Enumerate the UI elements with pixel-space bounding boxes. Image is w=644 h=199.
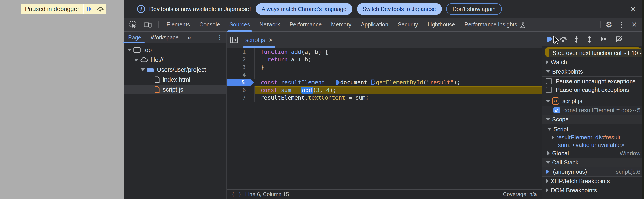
tab-sources[interactable]: Sources (225, 18, 255, 31)
settings-gear-icon[interactable]: ⚙ (604, 19, 614, 30)
pretty-print-icon[interactable]: { } (232, 191, 242, 198)
editor-tabstrip: script.js × (226, 32, 542, 48)
dom-breakpoints-section-header[interactable]: DOM Breakpoints (542, 186, 644, 195)
breakpoints-section-header[interactable]: Breakpoints (542, 67, 644, 76)
step-out-button[interactable] (584, 33, 595, 45)
inspect-element-icon[interactable] (128, 19, 138, 30)
tree-item-top[interactable]: top (124, 45, 226, 55)
breakpoint-entry[interactable]: const resultElement = doc⋯ 5 (542, 106, 644, 115)
paused-banner-label: Paused in debugger (21, 4, 83, 14)
tab-security[interactable]: Security (393, 18, 423, 31)
tree-item-file-scheme[interactable]: file:// (124, 55, 226, 65)
caret-down-icon (546, 70, 550, 73)
tab-lighthouse[interactable]: Lighthouse (423, 18, 460, 31)
line-number[interactable]: 7 (226, 94, 255, 102)
watch-section-header[interactable]: Watch (542, 57, 644, 67)
code-line-5[interactable]: 5const resultElement = document.getEleme… (226, 79, 542, 86)
line-number[interactable]: 3 (226, 63, 255, 71)
scope-script-group[interactable]: Script (542, 125, 644, 134)
scope-section-header[interactable]: Scope (542, 115, 644, 124)
infobar-close-icon[interactable]: × (628, 4, 638, 14)
step-over-button-page[interactable] (94, 4, 106, 14)
navigator-tab-workspace[interactable]: Workspace (150, 32, 180, 43)
sources-panel: Page Workspace » ⋮ top (124, 32, 644, 199)
kebab-menu-icon[interactable]: ⋮ (616, 19, 627, 30)
code-view[interactable]: 1function add(a, b) {2 return a + b;3}45… (226, 48, 542, 189)
breakpoint-file-group[interactable]: ‹› script.js (542, 96, 644, 106)
code-line-3[interactable]: 3} (226, 63, 542, 71)
js-file-icon (154, 86, 160, 93)
navigator-overflow-icon[interactable]: » (187, 34, 191, 41)
navigator-tab-page[interactable]: Page (127, 32, 142, 43)
navigator-kebab-icon[interactable]: ⋮ (216, 34, 223, 41)
line-number[interactable]: 2 (226, 56, 255, 63)
close-tab-icon[interactable]: × (269, 36, 273, 44)
tree-item-script-js[interactable]: script.js (124, 85, 226, 94)
step-button[interactable] (596, 33, 608, 45)
tab-elements[interactable]: Elements (162, 18, 194, 31)
tab-application[interactable]: Application (356, 18, 393, 31)
window-edge (642, 0, 644, 199)
caret-down-icon (134, 59, 138, 61)
code-line-6[interactable]: 6const sum = add(3, 4); (226, 86, 542, 94)
callstack-section-header[interactable]: Call Stack (542, 158, 644, 167)
checkbox-checked[interactable] (554, 107, 560, 113)
devtools-window: i DevTools is now available in Japanese!… (124, 0, 644, 199)
tab-network[interactable]: Network (255, 18, 285, 31)
info-icon: i (137, 5, 145, 13)
folder-icon (147, 67, 154, 73)
checkbox-unchecked[interactable] (546, 87, 552, 93)
code-line-1[interactable]: 1function add(a, b) { (226, 48, 542, 56)
close-devtools-icon[interactable]: × (629, 19, 640, 30)
caret-right-icon (546, 179, 548, 183)
code-line-7[interactable]: 7resultElement.textContent = sum; (226, 94, 542, 102)
caret-right-icon (546, 188, 548, 193)
caret-down-icon (547, 128, 552, 131)
switch-devtools-japanese-button[interactable]: Switch DevTools to Japanese (357, 3, 442, 15)
devtools-infobar: i DevTools is now available in Japanese!… (124, 0, 644, 18)
tree-item-project-folder[interactable]: Users/user/project (124, 65, 226, 75)
code-line-content (255, 71, 542, 79)
tab-console[interactable]: Console (194, 18, 225, 31)
tab-performance[interactable]: Performance (285, 18, 326, 31)
resume-script-button[interactable] (83, 4, 94, 14)
sources-navigator: Page Workspace » ⋮ top (124, 32, 226, 199)
line-number[interactable]: 6 (226, 86, 255, 94)
line-number[interactable]: 4 (226, 71, 255, 79)
toggle-device-toolbar-icon[interactable] (142, 19, 153, 30)
callstack-frame-anonymous[interactable]: (anonymous) script.js:6 (542, 167, 644, 176)
dont-show-again-button[interactable]: Don't show again (446, 3, 502, 15)
step-into-button[interactable] (570, 33, 582, 45)
tab-memory[interactable]: Memory (326, 18, 356, 31)
breakpoint-flag-gutter[interactable]: 5 (226, 79, 255, 86)
scope-var-sum[interactable]: sum: <value unavailable> (542, 141, 644, 149)
tab-performance-insights[interactable]: Performance insights (460, 18, 530, 31)
scope-var-resultElement[interactable]: resultElement: div#result (542, 134, 644, 141)
code-line-4[interactable]: 4 (226, 71, 542, 79)
devtools-tabbar: Elements Console Sources Network Perform… (124, 18, 644, 32)
caret-down-icon (546, 100, 550, 102)
current-frame-arrow-icon (546, 169, 550, 174)
step-over-tooltip: Step over next function call - F10 - ⌘ ' (548, 49, 644, 57)
toolbar-divider (610, 35, 611, 43)
infobar-message: DevTools is now available in Japanese! (149, 5, 251, 12)
checkbox-unchecked[interactable] (546, 78, 552, 84)
frame-icon (134, 47, 141, 53)
pause-uncaught-row[interactable]: Pause on uncaught exceptions (542, 77, 644, 85)
paused-in-debugger-banner: Paused in debugger (21, 4, 106, 14)
code-line-content: } (255, 63, 542, 71)
editor-statusbar: { } Line 6, Column 15 Coverage: n/a (226, 189, 542, 199)
xhr-breakpoints-section-header[interactable]: XHR/fetch Breakpoints (542, 176, 644, 186)
pause-caught-row[interactable]: Pause on caught exceptions (542, 85, 644, 94)
code-line-2[interactable]: 2 return a + b; (226, 56, 542, 63)
line-number[interactable]: 1 (226, 48, 255, 56)
scope-global-group[interactable]: Global Window (542, 149, 644, 158)
tree-item-index-html[interactable]: index.html (124, 75, 226, 85)
always-match-language-button[interactable]: Always match Chrome's language (256, 3, 352, 15)
code-line-content: function add(a, b) { (255, 48, 542, 56)
editor-tab-script-js[interactable]: script.js × (241, 32, 277, 48)
deactivate-breakpoints-button[interactable] (613, 33, 625, 45)
caret-right-icon (552, 135, 554, 140)
hide-navigator-icon[interactable] (226, 32, 241, 48)
debugger-sidebar: Watch Breakpoints Pause on uncaught exce… (542, 32, 644, 199)
